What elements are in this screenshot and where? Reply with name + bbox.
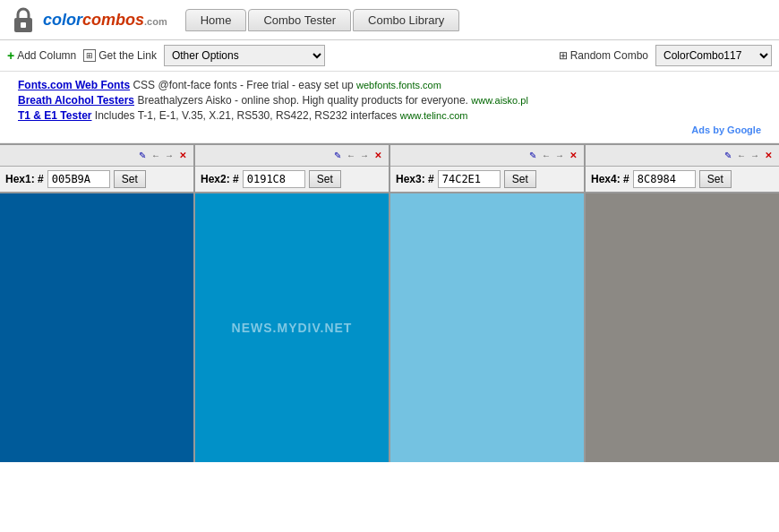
add-column-label: Add Column	[17, 49, 76, 62]
ads-by-label: Ads by	[691, 124, 724, 135]
watermark-2: NEWS.MYDIV.NET	[232, 321, 353, 335]
hex-label-4: Hex4: #	[591, 173, 629, 185]
col-hex-4: Hex4: # Set	[586, 167, 779, 193]
set-button-2[interactable]: Set	[309, 170, 341, 188]
close-icon-1[interactable]: ✕	[177, 150, 188, 161]
ad-link-1[interactable]: Breath Alcohol Testers	[18, 94, 134, 107]
ad-url-0: webfonts.fonts.com	[356, 80, 441, 90]
ads-by-google: Ads by Google	[18, 124, 761, 135]
color-swatch-3	[390, 193, 584, 462]
close-icon-3[interactable]: ✕	[568, 150, 578, 161]
col-header-4: ✎ ← → ✕	[586, 145, 779, 167]
tab-combo-library[interactable]: Combo Library	[353, 9, 459, 31]
left-arrow-icon-1[interactable]: ←	[150, 150, 161, 161]
color-grid: ✎ ← → ✕ Hex1: # Set ✎ ← → ✕ Hex2: # Set …	[0, 143, 779, 462]
logo-icon	[7, 4, 39, 36]
hex-input-2[interactable]	[243, 170, 305, 188]
svg-rect-1	[21, 22, 26, 28]
toolbar-right: ⊞ Random Combo ColorCombo117	[559, 45, 772, 66]
get-link-button[interactable]: ⊞ Get the Link	[83, 49, 157, 62]
ad-link-2[interactable]: T1 & E1 Tester	[18, 109, 91, 122]
color-column-4: ✎ ← → ✕ Hex4: # Set	[586, 145, 779, 462]
ad-url-1: www.aisko.pl	[471, 95, 528, 106]
color-swatch-1	[0, 193, 193, 462]
edit-icon-1[interactable]: ✎	[137, 150, 148, 161]
hex-label-3: Hex3: #	[396, 173, 434, 185]
edit-icon-2[interactable]: ✎	[332, 150, 343, 161]
add-column-button[interactable]: + Add Column	[7, 48, 76, 63]
ad-item-0: Fonts.com Web Fonts CSS @font-face fonts…	[18, 79, 761, 91]
left-arrow-icon-4[interactable]: ←	[736, 150, 747, 161]
ad-desc-2: Includes T-1, E-1, V.35, X.21, RS530, RS…	[95, 109, 400, 122]
hex-input-3[interactable]	[438, 170, 501, 188]
set-button-4[interactable]: Set	[699, 170, 732, 188]
left-arrow-icon-3[interactable]: ←	[541, 150, 552, 161]
combo-name-dropdown[interactable]: ColorCombo117	[655, 45, 772, 66]
link-icon: ⊞	[83, 49, 96, 62]
col-header-1: ✎ ← → ✕	[0, 145, 193, 167]
left-arrow-icon-2[interactable]: ←	[346, 150, 356, 161]
color-swatch-4	[586, 193, 779, 462]
logo-text: colorcombos.com	[43, 11, 167, 30]
get-link-label: Get the Link	[98, 49, 157, 62]
add-column-icon: +	[7, 48, 14, 63]
right-arrow-icon-2[interactable]: →	[359, 150, 370, 161]
options-dropdown[interactable]: Other Options Save Combo Load Combo Shar…	[164, 45, 325, 66]
random-combo-label: Random Combo	[570, 49, 648, 62]
hex-input-1[interactable]	[47, 170, 110, 188]
tab-home[interactable]: Home	[185, 9, 247, 31]
close-icon-2[interactable]: ✕	[372, 150, 383, 161]
ads-by-brand: Google	[727, 124, 761, 135]
color-column-3: ✎ ← → ✕ Hex3: # Set	[390, 145, 586, 462]
col-header-3: ✎ ← → ✕	[390, 145, 584, 167]
right-arrow-icon-1[interactable]: →	[164, 150, 175, 161]
toolbar: + Add Column ⊞ Get the Link Other Option…	[0, 40, 779, 72]
right-arrow-icon-4[interactable]: →	[749, 150, 760, 161]
col-hex-3: Hex3: # Set	[390, 167, 584, 193]
col-hex-1: Hex1: # Set	[0, 167, 193, 193]
set-button-3[interactable]: Set	[504, 170, 536, 188]
nav-tabs: Home Combo Tester Combo Library	[185, 9, 460, 31]
set-button-1[interactable]: Set	[114, 170, 146, 188]
ad-desc-0: CSS @font-face fonts - Free trial - easy…	[133, 79, 356, 91]
color-column-1: ✎ ← → ✕ Hex1: # Set	[0, 145, 195, 462]
right-arrow-icon-3[interactable]: →	[554, 150, 565, 161]
color-swatch-2: NEWS.MYDIV.NET	[195, 193, 389, 462]
ad-desc-1: Breathalyzers Aisko - online shop. High …	[137, 94, 471, 107]
edit-icon-3[interactable]: ✎	[527, 150, 538, 161]
ads-area: Fonts.com Web Fonts CSS @font-face fonts…	[0, 72, 779, 143]
tab-combo-tester[interactable]: Combo Tester	[248, 9, 351, 31]
ad-item-1: Breath Alcohol Testers Breathalyzers Ais…	[18, 94, 761, 107]
ad-link-0[interactable]: Fonts.com Web Fonts	[18, 79, 130, 91]
ad-url-2: www.telinc.com	[400, 110, 468, 121]
color-column-2: ✎ ← → ✕ Hex2: # Set NEWS.MYDIV.NET	[195, 145, 390, 462]
col-hex-2: Hex2: # Set	[195, 167, 389, 193]
col-header-2: ✎ ← → ✕	[195, 145, 389, 167]
close-icon-4[interactable]: ✕	[763, 150, 774, 161]
random-icon: ⊞	[559, 49, 568, 62]
ad-item-2: T1 & E1 Tester Includes T-1, E-1, V.35, …	[18, 109, 761, 122]
hex-input-4[interactable]	[633, 170, 696, 188]
random-combo-button[interactable]: ⊞ Random Combo	[559, 49, 648, 62]
logo: colorcombos.com	[7, 4, 167, 36]
hex-label-1: Hex1: #	[5, 173, 44, 185]
hex-label-2: Hex2: #	[201, 173, 239, 185]
edit-icon-4[interactable]: ✎	[723, 150, 733, 161]
header: colorcombos.com Home Combo Tester Combo …	[0, 0, 779, 40]
